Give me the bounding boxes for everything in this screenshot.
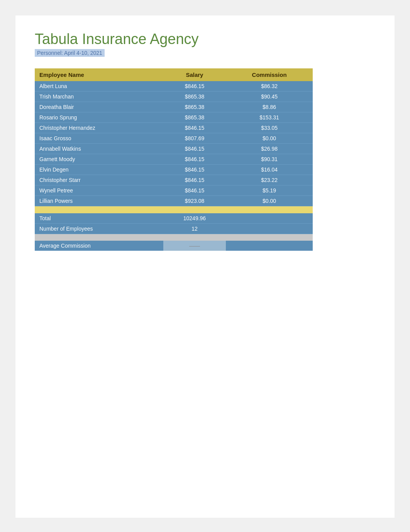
spacer-row	[35, 206, 313, 213]
table-container: Employee Name Salary Commission Albert L…	[35, 68, 313, 251]
header-commission: Commission	[226, 68, 313, 81]
table-row: Wynell Petree$846.15$5.19	[35, 185, 313, 196]
total-label: Total	[35, 213, 163, 224]
avg-commission-label: Average Commission	[35, 241, 163, 251]
total-empty	[226, 213, 313, 224]
employee-commission: $0.00	[226, 133, 313, 144]
employee-salary: $846.15	[163, 185, 226, 196]
table-row: Christopher Starr$846.15$23.22	[35, 175, 313, 185]
table-row: Annabell Watkins$846.15$26.98	[35, 144, 313, 154]
header-name: Employee Name	[35, 68, 163, 81]
employee-commission: $23.22	[226, 175, 313, 185]
table-row: Doreatha Blair$865.38$8.86	[35, 102, 313, 112]
employee-commission: $16.04	[226, 165, 313, 175]
page-subtitle: Personnel: April 4-10, 2021	[35, 49, 105, 57]
employee-name: Albert Luna	[35, 81, 163, 92]
employee-commission: $90.31	[226, 154, 313, 165]
num-employees-row: Number of Employees 12	[35, 223, 313, 234]
employee-name: Trish Marchan	[35, 92, 163, 102]
employee-name: Lillian Powers	[35, 196, 163, 206]
employee-commission: $8.86	[226, 102, 313, 112]
employee-table: Employee Name Salary Commission Albert L…	[35, 68, 313, 251]
num-employees-empty	[226, 223, 313, 234]
employee-name: Isaac Grosso	[35, 133, 163, 144]
employee-name: Rosario Sprung	[35, 112, 163, 123]
employee-table-body: Albert Luna$846.15$86.32Trish Marchan$86…	[35, 81, 313, 206]
employee-salary: $865.38	[163, 112, 226, 123]
employee-name: Wynell Petree	[35, 185, 163, 196]
avg-spacer-row	[35, 234, 313, 241]
total-row: Total 10249.96	[35, 213, 313, 224]
avg-section: Average Commission ——	[35, 241, 313, 251]
employee-salary: $807.69	[163, 133, 226, 144]
employee-commission: $86.32	[226, 81, 313, 92]
table-row: Trish Marchan$865.38$90.45	[35, 92, 313, 102]
employee-commission: $153.31	[226, 112, 313, 123]
avg-commission-row: Average Commission ——	[35, 241, 313, 251]
table-row: Isaac Grosso$807.69$0.00	[35, 133, 313, 144]
employee-commission: $33.05	[226, 123, 313, 133]
employee-commission: $90.45	[226, 92, 313, 102]
total-value: 10249.96	[163, 213, 226, 224]
avg-spacer-section	[35, 234, 313, 241]
employee-salary: $846.15	[163, 144, 226, 154]
employee-salary: $923.08	[163, 196, 226, 206]
employee-salary: $846.15	[163, 81, 226, 92]
spacer-section	[35, 206, 313, 213]
num-employees-value: 12	[163, 223, 226, 234]
employee-name: Doreatha Blair	[35, 102, 163, 112]
table-row: Albert Luna$846.15$86.32	[35, 81, 313, 92]
employee-name: Garnett Moody	[35, 154, 163, 165]
table-row: Lillian Powers$923.08$0.00	[35, 196, 313, 206]
table-row: Christopher Hernandez$846.15$33.05	[35, 123, 313, 133]
employee-commission: $0.00	[226, 196, 313, 206]
employee-salary: $846.15	[163, 123, 226, 133]
summary-section: Total 10249.96 Number of Employees 12	[35, 213, 313, 234]
employee-salary: $846.15	[163, 175, 226, 185]
employee-name: Elvin Degen	[35, 165, 163, 175]
table-row: Rosario Sprung$865.38$153.31	[35, 112, 313, 123]
employee-name: Christopher Starr	[35, 175, 163, 185]
num-employees-label: Number of Employees	[35, 223, 163, 234]
page-title: Tabula Insurance Agency	[35, 31, 375, 48]
employee-salary: $865.38	[163, 102, 226, 112]
employee-commission: $26.98	[226, 144, 313, 154]
employee-salary: $865.38	[163, 92, 226, 102]
employee-salary: $846.15	[163, 165, 226, 175]
avg-commission-empty	[226, 241, 313, 251]
employee-salary: $846.15	[163, 154, 226, 165]
employee-commission: $5.19	[226, 185, 313, 196]
table-row: Garnett Moody$846.15$90.31	[35, 154, 313, 165]
header-salary: Salary	[163, 68, 226, 81]
page-container: Tabula Insurance Agency Personnel: April…	[15, 15, 395, 518]
employee-name: Christopher Hernandez	[35, 123, 163, 133]
table-header-row: Employee Name Salary Commission	[35, 68, 313, 81]
table-row: Elvin Degen$846.15$16.04	[35, 165, 313, 175]
avg-commission-value: ——	[163, 241, 226, 251]
employee-name: Annabell Watkins	[35, 144, 163, 154]
